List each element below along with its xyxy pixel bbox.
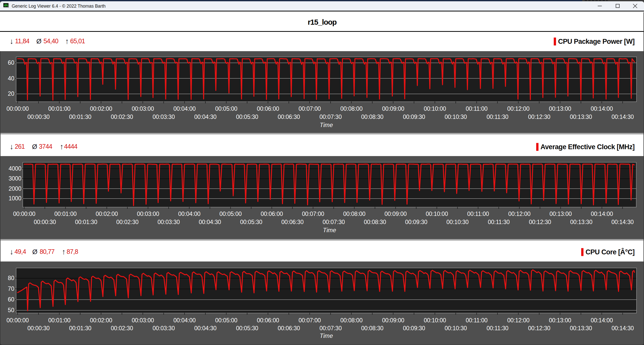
svg-text:00:08:30: 00:08:30 <box>361 114 384 120</box>
svg-text:60: 60 <box>8 296 14 303</box>
svg-text:00:14:00: 00:14:00 <box>591 105 613 112</box>
svg-text:00:05:00: 00:05:00 <box>219 211 242 217</box>
svg-text:00:08:00: 00:08:00 <box>340 317 363 324</box>
svg-text:00:07:00: 00:07:00 <box>298 317 321 324</box>
svg-text:00:06:00: 00:06:00 <box>257 317 279 324</box>
svg-text:2000: 2000 <box>9 185 21 192</box>
svg-text:00:10:00: 00:10:00 <box>424 317 446 324</box>
svg-text:00:08:00: 00:08:00 <box>343 211 366 217</box>
svg-text:00:11:00: 00:11:00 <box>466 317 488 324</box>
svg-text:00:13:00: 00:13:00 <box>549 317 571 324</box>
svg-text:00:06:30: 00:06:30 <box>278 114 300 120</box>
svg-text:70: 70 <box>8 285 14 292</box>
svg-text:00:02:30: 00:02:30 <box>111 325 133 332</box>
svg-text:00:12:30: 00:12:30 <box>529 219 551 225</box>
svg-text:00:05:00: 00:05:00 <box>215 105 237 112</box>
svg-text:00:06:00: 00:06:00 <box>261 211 283 217</box>
svg-text:00:05:30: 00:05:30 <box>240 219 262 225</box>
svg-text:00:07:00: 00:07:00 <box>298 105 321 112</box>
svg-text:50: 50 <box>8 307 14 313</box>
svg-text:00:06:30: 00:06:30 <box>281 219 304 225</box>
svg-text:00:12:00: 00:12:00 <box>507 317 530 324</box>
svg-text:00:13:30: 00:13:30 <box>570 325 592 332</box>
svg-text:00:11:00: 00:11:00 <box>466 105 488 112</box>
svg-text:00:14:30: 00:14:30 <box>611 219 634 225</box>
svg-text:00:09:00: 00:09:00 <box>382 105 405 112</box>
svg-text:4000: 4000 <box>9 165 21 172</box>
svg-text:00:07:00: 00:07:00 <box>302 211 324 217</box>
svg-text:00:02:00: 00:02:00 <box>90 317 112 324</box>
svg-text:20: 20 <box>8 90 14 97</box>
svg-text:00:12:00: 00:12:00 <box>508 211 531 217</box>
svg-text:00:12:00: 00:12:00 <box>507 105 530 112</box>
svg-text:00:06:00: 00:06:00 <box>257 105 279 112</box>
svg-text:00:08:30: 00:08:30 <box>361 325 384 332</box>
svg-text:80: 80 <box>8 275 14 281</box>
svg-text:00:13:00: 00:13:00 <box>549 105 571 112</box>
svg-text:00:03:00: 00:03:00 <box>132 105 154 112</box>
svg-text:00:02:00: 00:02:00 <box>90 105 112 112</box>
svg-text:00:06:30: 00:06:30 <box>278 325 300 332</box>
svg-text:00:14:00: 00:14:00 <box>591 211 613 217</box>
svg-text:00:04:30: 00:04:30 <box>194 114 217 120</box>
svg-text:Time: Time <box>323 227 336 233</box>
svg-text:00:08:30: 00:08:30 <box>364 219 386 225</box>
svg-text:00:04:00: 00:04:00 <box>173 105 196 112</box>
svg-text:00:01:00: 00:01:00 <box>48 105 71 112</box>
svg-text:00:01:30: 00:01:30 <box>69 114 92 120</box>
svg-text:00:04:00: 00:04:00 <box>173 317 196 324</box>
svg-text:40: 40 <box>8 75 14 82</box>
svg-text:3000: 3000 <box>9 175 21 182</box>
svg-text:00:11:30: 00:11:30 <box>488 219 510 225</box>
svg-text:00:05:00: 00:05:00 <box>215 317 237 324</box>
svg-text:00:02:00: 00:02:00 <box>96 211 118 217</box>
svg-text:00:03:30: 00:03:30 <box>158 219 180 225</box>
svg-text:00:09:00: 00:09:00 <box>382 317 405 324</box>
svg-text:00:00:00: 00:00:00 <box>7 105 29 112</box>
svg-text:00:00:30: 00:00:30 <box>27 325 50 332</box>
svg-text:00:03:00: 00:03:00 <box>132 317 154 324</box>
svg-text:00:14:30: 00:14:30 <box>611 325 634 332</box>
svg-text:00:11:00: 00:11:00 <box>467 211 489 217</box>
svg-text:00:02:30: 00:02:30 <box>116 219 139 225</box>
svg-text:00:13:30: 00:13:30 <box>570 219 592 225</box>
svg-text:00:08:00: 00:08:00 <box>340 105 363 112</box>
svg-text:00:05:30: 00:05:30 <box>236 114 258 120</box>
svg-text:00:01:30: 00:01:30 <box>75 219 97 225</box>
svg-text:00:10:30: 00:10:30 <box>446 219 469 225</box>
svg-text:00:02:30: 00:02:30 <box>111 114 133 120</box>
svg-text:00:10:00: 00:10:00 <box>424 105 446 112</box>
svg-text:00:10:30: 00:10:30 <box>445 325 467 332</box>
svg-text:00:05:30: 00:05:30 <box>236 325 258 332</box>
svg-text:1000: 1000 <box>9 195 21 202</box>
svg-text:00:01:00: 00:01:00 <box>48 317 71 324</box>
svg-text:00:13:30: 00:13:30 <box>570 114 592 120</box>
svg-text:00:07:30: 00:07:30 <box>323 219 345 225</box>
svg-text:00:04:30: 00:04:30 <box>194 325 217 332</box>
svg-text:00:13:00: 00:13:00 <box>549 211 572 217</box>
svg-text:00:09:30: 00:09:30 <box>403 325 425 332</box>
svg-text:00:14:00: 00:14:00 <box>591 317 613 324</box>
svg-text:00:09:30: 00:09:30 <box>403 114 425 120</box>
svg-text:00:03:30: 00:03:30 <box>153 325 175 332</box>
svg-text:60: 60 <box>8 59 14 66</box>
svg-text:00:14:30: 00:14:30 <box>611 114 634 120</box>
svg-text:00:10:00: 00:10:00 <box>426 211 448 217</box>
svg-text:00:12:30: 00:12:30 <box>528 325 550 332</box>
svg-text:00:01:30: 00:01:30 <box>69 325 92 332</box>
svg-text:00:03:30: 00:03:30 <box>153 114 175 120</box>
svg-text:00:07:30: 00:07:30 <box>319 114 342 120</box>
svg-text:00:03:00: 00:03:00 <box>137 211 159 217</box>
svg-text:00:09:30: 00:09:30 <box>405 219 427 225</box>
svg-text:Time: Time <box>320 333 333 339</box>
svg-text:00:00:00: 00:00:00 <box>7 317 29 324</box>
svg-text:00:00:00: 00:00:00 <box>13 211 36 217</box>
svg-text:00:07:30: 00:07:30 <box>319 325 342 332</box>
svg-text:00:04:00: 00:04:00 <box>178 211 201 217</box>
svg-text:00:01:00: 00:01:00 <box>54 211 77 217</box>
svg-text:00:00:30: 00:00:30 <box>34 219 56 225</box>
svg-text:00:11:30: 00:11:30 <box>487 325 508 332</box>
svg-text:Time: Time <box>320 122 333 128</box>
svg-text:00:12:30: 00:12:30 <box>528 114 550 120</box>
svg-text:00:11:30: 00:11:30 <box>487 114 508 120</box>
